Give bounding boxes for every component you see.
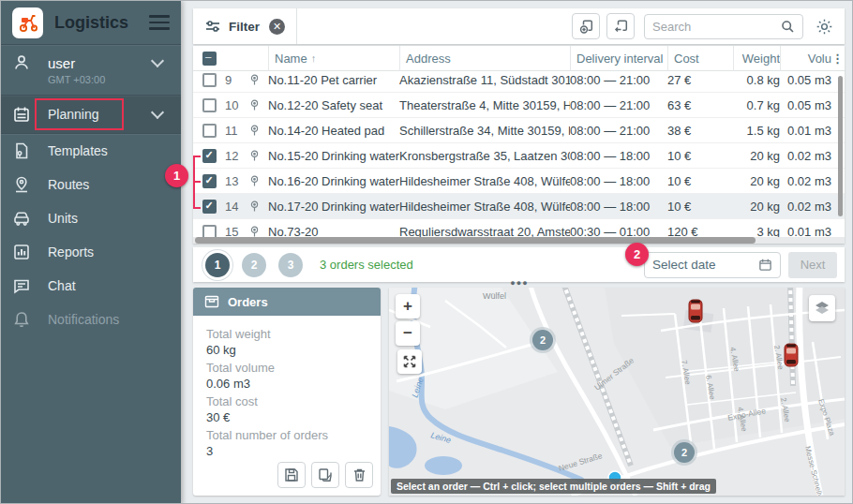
user-timezone: GMT +03:00 [48, 74, 170, 85]
row-checkbox[interactable] [202, 200, 217, 214]
annotation-bracket-tick [193, 181, 201, 183]
order-cost: 10 € [667, 149, 733, 163]
svg-text:2: 2 [540, 334, 546, 346]
location-pin-icon [249, 226, 260, 238]
layers-button[interactable] [809, 295, 835, 321]
row-number: 10 [225, 98, 249, 112]
delete-button[interactable] [345, 462, 373, 488]
vehicle-marker[interactable] [689, 300, 702, 322]
table-row[interactable]: 13 No.16-20 Drinking water Hildesheimer … [193, 169, 845, 194]
order-weight: 1.5 kg [733, 124, 780, 138]
order-address: Akazienstraße 11, Südstadt 30169, … [399, 73, 570, 87]
annotation-badge-1: 1 [165, 164, 188, 187]
location-pin-icon [249, 125, 260, 137]
vertical-scrollbar[interactable] [838, 76, 843, 216]
select-date-input[interactable]: Select date [644, 252, 781, 278]
order-volume: 0.02 m3 [780, 174, 831, 188]
wizard-step-1[interactable]: 1 [205, 253, 230, 277]
wizard-step-2[interactable]: 2 [242, 253, 266, 277]
row-checkbox[interactable] [202, 124, 217, 138]
orders-table: Name↑ Address Delivery interval Cost Wei… [193, 46, 845, 244]
vehicle-marker[interactable] [785, 344, 798, 366]
row-checkbox[interactable] [202, 149, 217, 163]
order-cluster-marker[interactable]: 2 [530, 327, 556, 353]
row-number: 14 [225, 200, 249, 214]
row-checkbox[interactable] [202, 174, 217, 188]
trash-icon [352, 467, 367, 482]
sidebar-item-templates[interactable]: Templates [1, 134, 181, 168]
map[interactable]: Wülfel Leine Leine Ulmer Straße 7. Allee… [389, 288, 845, 496]
order-weight: 20 kg [733, 200, 780, 214]
table-row[interactable]: 14 No.17-20 Drinking water co… Hildeshei… [193, 194, 845, 219]
add-order-button[interactable] [572, 13, 600, 39]
next-button[interactable]: Next [788, 252, 837, 278]
column-header-interval[interactable]: Delivery interval [570, 46, 667, 71]
orders-box-icon [204, 295, 219, 308]
menu-icon[interactable] [149, 11, 170, 34]
column-header-name[interactable]: Name↑ [268, 46, 399, 71]
copy-button[interactable] [311, 462, 339, 488]
table-row[interactable]: 10 No.12-20 Safety seat Theaterstraße 4,… [193, 93, 845, 118]
order-interval: 08:00 — 18:00 [570, 149, 667, 163]
file-arrow-icon [613, 19, 629, 35]
order-volume: 0.02 m3 [780, 200, 831, 214]
row-number: 13 [225, 174, 249, 188]
column-menu-icon[interactable]: ⋮ [831, 46, 845, 71]
table-row[interactable]: 9 No.11-20 Pet carrier Akazienstraße 11,… [193, 67, 845, 93]
chat-icon [12, 276, 31, 295]
select-all-checkbox[interactable] [202, 52, 217, 66]
table-row[interactable]: 12 No.15-20 Drinking water Kronsbergstra… [193, 143, 845, 169]
order-weight: 0.7 kg [733, 98, 780, 112]
order-name: No.17-20 Drinking water co… [268, 200, 399, 214]
sidebar-item-notifications[interactable]: Notifications [1, 303, 181, 336]
user-name: user [48, 55, 153, 71]
table-row[interactable]: 11 No.14-20 Heated pad Schillerstraße 34… [193, 118, 845, 143]
sort-asc-icon: ↑ [311, 52, 317, 64]
filter-label: Filter [229, 20, 260, 34]
sidebar-item-units[interactable]: Units [1, 201, 181, 235]
column-header-weight[interactable]: Weight [733, 46, 780, 71]
order-interval: 08:00 — 21:00 [570, 73, 667, 87]
table-body: 9 No.11-20 Pet carrier Akazienstraße 11,… [193, 67, 845, 244]
column-header-address[interactable]: Address [399, 46, 570, 71]
map-canvas: Wülfel Leine Leine Ulmer Straße 7. Allee… [389, 288, 845, 496]
zoom-out-button[interactable]: − [396, 321, 420, 346]
order-interval: 08:00 — 18:00 [570, 174, 667, 188]
row-checkbox[interactable] [202, 73, 217, 87]
horizontal-scrollbar[interactable] [195, 237, 756, 244]
column-header-cost[interactable]: Cost [667, 46, 733, 71]
sidebar-item-reports[interactable]: Reports [1, 235, 181, 269]
gear-icon[interactable] [816, 18, 833, 36]
sidebar-item-routes[interactable]: Routes [1, 168, 181, 201]
fullscreen-button[interactable] [397, 349, 422, 374]
order-address: Kronsbergstraße 35, Laatzen 3088… [399, 149, 570, 163]
row-checkbox[interactable] [202, 98, 217, 112]
location-pin-icon [249, 99, 260, 111]
location-pin-icon [249, 150, 260, 162]
orders-selected-text: 3 orders selected [320, 258, 644, 272]
order-name: No.12-20 Safety seat [268, 98, 399, 112]
filter-chip[interactable]: Filter ✕ [193, 8, 296, 44]
order-cost: 10 € [667, 200, 733, 214]
map-label: Wülfel [483, 291, 506, 301]
user-block[interactable]: user GMT +03:00 [1, 45, 181, 95]
save-button[interactable] [277, 462, 306, 488]
order-name: No.16-20 Drinking water [268, 174, 399, 188]
sidebar-item-planning[interactable]: Planning [1, 96, 181, 133]
splitter-handle[interactable]: ●●● [507, 278, 531, 288]
chevron-down-icon [151, 54, 164, 67]
order-name: No.11-20 Pet carrier [268, 73, 399, 87]
import-orders-button[interactable] [606, 13, 635, 39]
zoom-in-button[interactable]: + [396, 294, 420, 319]
sidebar-item-chat[interactable]: Chat [1, 269, 181, 303]
order-address: Hildesheimer Straße 408, Wülfel 30… [399, 174, 570, 188]
order-cluster-marker[interactable]: 2 [671, 439, 697, 466]
order-address: Theaterstraße 4, Mitte 30159, Hann… [399, 98, 570, 112]
copy-icon [318, 467, 333, 482]
sidebar-item-label: Routes [48, 177, 170, 192]
wizard-step-3[interactable]: 3 [278, 253, 303, 277]
clear-filter-icon[interactable]: ✕ [269, 19, 285, 35]
horizontal-scrollbar-track [193, 237, 845, 244]
search-input[interactable] [652, 20, 781, 34]
column-header-volume[interactable]: Volu [780, 46, 831, 71]
